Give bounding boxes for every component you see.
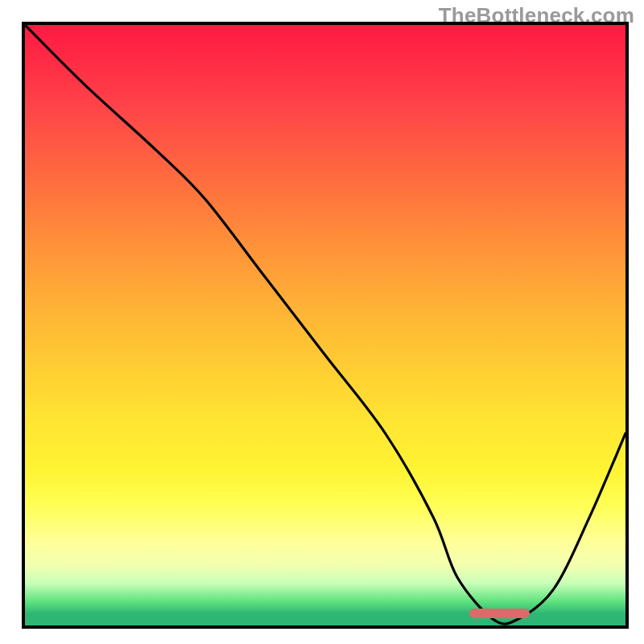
chart-frame: TheBottleneck.com bbox=[0, 0, 644, 644]
optimal-range-marker bbox=[469, 609, 530, 618]
curve-path bbox=[25, 25, 625, 624]
bottleneck-curve bbox=[25, 25, 625, 625]
plot-area bbox=[22, 22, 629, 629]
